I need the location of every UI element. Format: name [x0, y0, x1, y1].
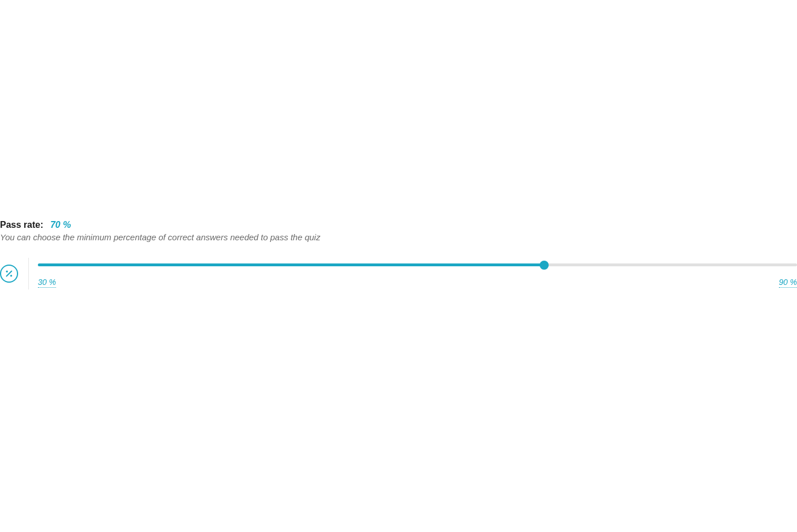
svg-point-1 — [10, 275, 12, 276]
icon-wrap — [0, 258, 29, 289]
pass-rate-section: Pass rate: 70 % You can choose the minim… — [0, 220, 797, 289]
slider-min-label: 30 % — [38, 278, 56, 288]
pass-rate-label: Pass rate: — [0, 220, 44, 230]
svg-point-0 — [6, 271, 8, 273]
slider-max-label: 90 % — [779, 278, 797, 288]
slider-thumb[interactable] — [540, 261, 549, 270]
slider-track-fill — [38, 263, 544, 266]
pass-rate-slider[interactable] — [38, 263, 797, 266]
slider-row: 30 % 90 % — [0, 258, 797, 289]
range-labels: 30 % 90 % — [38, 278, 797, 288]
pass-rate-header: Pass rate: 70 % — [0, 220, 797, 230]
pass-rate-value: 70 % — [50, 220, 71, 230]
percent-icon — [0, 265, 18, 283]
slider-area: 30 % 90 % — [29, 258, 797, 288]
pass-rate-description: You can choose the minimum percentage of… — [0, 232, 797, 242]
